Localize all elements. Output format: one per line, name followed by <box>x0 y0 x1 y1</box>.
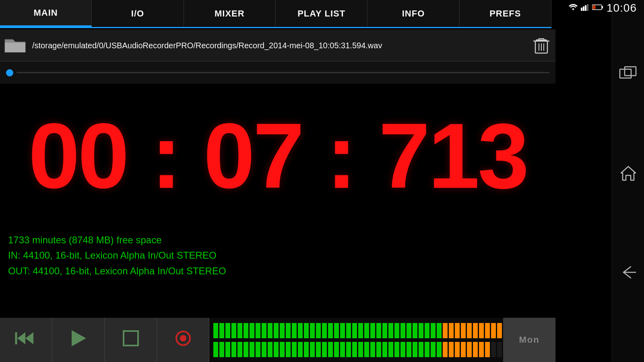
vu-bar <box>225 342 230 357</box>
vu-bar <box>219 342 224 357</box>
vu-bar <box>231 323 236 338</box>
vu-bar <box>382 342 387 357</box>
svg-marker-17 <box>25 332 33 344</box>
vu-bar <box>473 323 478 338</box>
vu-bar <box>340 342 345 357</box>
vu-bar <box>316 323 321 338</box>
vu-bar <box>219 323 224 338</box>
vu-bar <box>244 342 248 357</box>
fast-rewind-play-icon <box>14 328 38 352</box>
vu-bar <box>262 342 266 357</box>
vu-bar <box>394 342 399 357</box>
vu-bar <box>491 342 496 357</box>
vu-bar <box>467 323 472 338</box>
vu-bar <box>298 323 303 338</box>
vu-channel-2 <box>213 341 503 358</box>
vu-bar <box>437 323 442 338</box>
vu-bar <box>443 323 448 338</box>
tab-info[interactable]: INFO <box>367 0 459 27</box>
svg-rect-5 <box>602 6 603 8</box>
vu-bar <box>382 323 387 338</box>
vu-bar <box>370 342 375 357</box>
vu-bar <box>231 342 236 357</box>
mon-button[interactable]: Mon <box>503 318 555 362</box>
record-button[interactable] <box>157 318 209 362</box>
folder-icon[interactable] <box>4 36 26 54</box>
vu-bar <box>213 323 218 338</box>
vu-bar <box>250 342 254 357</box>
vu-bar <box>262 323 266 338</box>
vu-bar <box>292 323 297 338</box>
vu-bar <box>449 323 454 338</box>
tab-mixer[interactable]: MIXER <box>184 0 276 27</box>
vu-bar <box>310 323 315 338</box>
battery-icon <box>592 4 603 12</box>
tab-playlist[interactable]: PLAY LIST <box>276 0 367 27</box>
play-icon <box>68 328 89 352</box>
vu-bar <box>328 342 333 357</box>
progress-track[interactable] <box>17 72 549 73</box>
svg-rect-6 <box>592 5 595 9</box>
info-text: 1733 minutes (8748 MB) free space IN: 44… <box>0 228 555 283</box>
home-button[interactable] <box>616 163 640 183</box>
vu-bar <box>334 342 339 357</box>
vu-bar <box>322 342 327 357</box>
timer-text: 00 : 07 : 713 <box>28 110 527 202</box>
vu-bar <box>237 323 242 338</box>
vu-bar <box>292 342 297 357</box>
duplicate-window-button[interactable] <box>616 64 640 84</box>
vu-bar <box>256 323 260 338</box>
vu-meter <box>209 318 503 362</box>
vu-bar <box>425 323 429 338</box>
svg-rect-0 <box>581 8 582 11</box>
vu-bar <box>413 342 417 357</box>
vu-bar <box>334 323 339 338</box>
stop-button[interactable] <box>105 318 157 362</box>
fast-rewind-play-button[interactable] <box>0 318 52 362</box>
timer-display: 00 : 07 : 713 <box>0 84 555 228</box>
vu-bar <box>352 342 357 357</box>
back-button[interactable] <box>616 262 640 282</box>
vu-bar <box>256 342 260 357</box>
vu-bar <box>407 323 411 338</box>
vu-bar <box>358 342 363 357</box>
status-bar: 10:06 <box>531 0 644 16</box>
vu-bar <box>304 323 309 338</box>
svg-marker-19 <box>72 330 86 346</box>
vu-bar <box>310 342 315 357</box>
output-info: OUT: 44100, 16-bit, Lexicon Alpha In/Out… <box>8 263 547 279</box>
vu-bar <box>479 323 484 338</box>
svg-rect-1 <box>583 6 584 11</box>
vu-bar <box>268 342 272 357</box>
vu-bar <box>225 323 230 338</box>
right-sidebar <box>612 0 644 362</box>
delete-button[interactable] <box>531 35 551 56</box>
tab-main[interactable]: MAIN <box>0 0 92 27</box>
vu-bar <box>473 342 478 357</box>
file-path-area: /storage/emulated/0/USBAudioRecorderPRO/… <box>0 29 555 62</box>
nav-tabs: MAIN I/O MIXER PLAY LIST INFO PREFS <box>0 0 551 28</box>
vu-bar <box>304 342 309 357</box>
vu-channel-1 <box>213 322 503 339</box>
vu-bar <box>394 323 399 338</box>
vu-bar <box>419 342 423 357</box>
vu-bar <box>388 342 393 357</box>
vu-bar <box>419 323 423 338</box>
svg-rect-7 <box>620 69 631 78</box>
svg-point-22 <box>180 335 186 341</box>
tab-io[interactable]: I/O <box>92 0 184 27</box>
vu-bar <box>467 342 472 357</box>
vu-bar <box>286 323 291 338</box>
vu-bar <box>479 342 484 357</box>
signal-icon <box>581 4 589 13</box>
vu-bar <box>352 323 357 338</box>
progress-area[interactable] <box>0 62 555 84</box>
svg-rect-20 <box>124 331 138 346</box>
vu-bar <box>244 323 248 338</box>
vu-bar <box>364 323 369 338</box>
vu-bar <box>370 323 375 338</box>
play-button[interactable] <box>52 318 105 362</box>
vu-bar <box>413 323 417 338</box>
vu-bar <box>443 342 448 357</box>
vu-bar <box>280 323 285 338</box>
